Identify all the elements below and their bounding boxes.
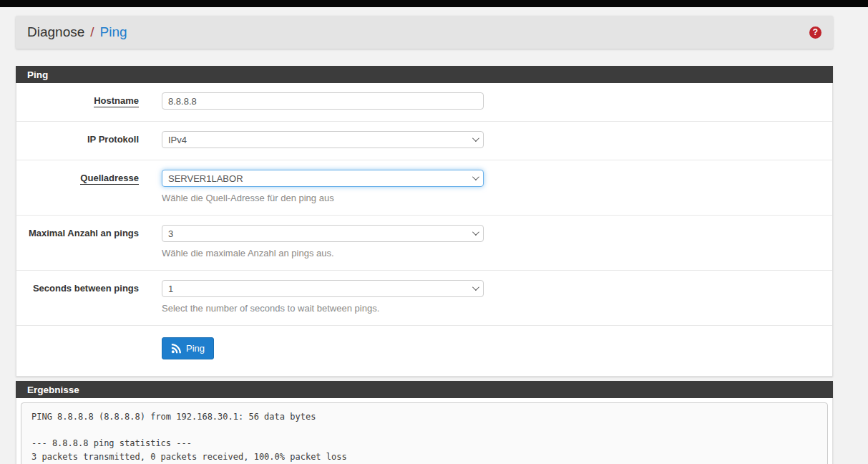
ping-button-label: Ping: [186, 343, 205, 354]
submit-area: Ping: [16, 326, 832, 376]
results-panel-title: Ergebnisse: [27, 385, 79, 395]
top-bar: [0, 0, 868, 7]
source-address-row: Quelladresse SERVER1LABOR Wähle die Quel…: [16, 160, 832, 216]
ip-protocol-label: IP Protokoll: [16, 131, 139, 148]
hostname-label: Hostname: [16, 92, 139, 110]
source-address-help: Wähle die Quell-Adresse für den ping aus: [162, 193, 484, 203]
breadcrumb-separator: /: [90, 24, 94, 40]
max-pings-select[interactable]: 3: [162, 225, 484, 242]
results-panel: Ergebnisse PING 8.8.8.8 (8.8.8.8) from 1…: [16, 381, 833, 464]
source-address-select[interactable]: SERVER1LABOR: [162, 170, 484, 187]
max-pings-help: Wähle die maximale Anzahl an pings aus.: [162, 248, 484, 258]
ping-panel-header: Ping: [16, 66, 833, 83]
ip-protocol-select[interactable]: IPv4: [162, 131, 484, 148]
hostname-row: Hostname: [16, 83, 832, 122]
breadcrumb-section: Diagnose: [27, 24, 84, 40]
ping-panel-title: Ping: [27, 69, 48, 80]
results-panel-header: Ergebnisse: [16, 381, 833, 398]
max-pings-row: Maximal Anzahl an pings 3 Wähle die maxi…: [16, 216, 832, 271]
seconds-between-pings-select[interactable]: 1: [162, 280, 484, 297]
breadcrumb-bar: Diagnose / Ping ?: [16, 16, 833, 49]
page-container: Diagnose / Ping ? Ping Hostname IP Proto…: [16, 16, 833, 464]
hostname-input[interactable]: [162, 92, 484, 110]
ping-panel-body: Hostname IP Protokoll IPv4: [16, 83, 833, 377]
seconds-between-pings-label: Seconds between pings: [16, 280, 139, 314]
results-panel-body: PING 8.8.8.8 (8.8.8.8) from 192.168.30.1…: [16, 398, 833, 464]
source-address-label: Quelladresse: [16, 170, 139, 203]
ip-protocol-row: IP Protokoll IPv4: [16, 122, 832, 160]
breadcrumb: Diagnose / Ping: [27, 24, 127, 40]
seconds-between-pings-help: Select the number of seconds to wait bet…: [162, 303, 484, 314]
ping-form-panel: Ping Hostname IP Protokoll IPv4: [16, 66, 833, 377]
seconds-between-pings-row: Seconds between pings 1 Select the numbe…: [16, 271, 832, 326]
breadcrumb-page-link[interactable]: Ping: [100, 24, 127, 40]
ping-button[interactable]: Ping: [162, 337, 214, 359]
ping-output: PING 8.8.8.8 (8.8.8.8) from 192.168.30.1…: [21, 402, 828, 464]
help-icon[interactable]: ?: [809, 26, 821, 39]
max-pings-label: Maximal Anzahl an pings: [16, 225, 139, 258]
rss-icon: [171, 344, 181, 354]
